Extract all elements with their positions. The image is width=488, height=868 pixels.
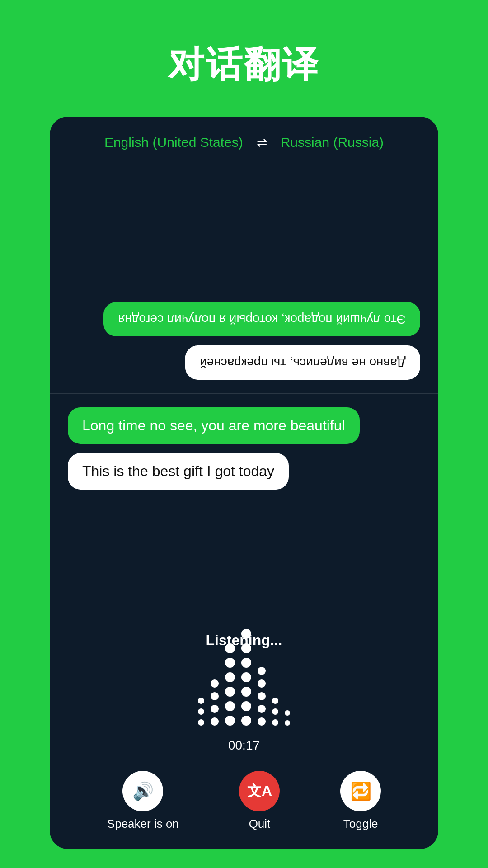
dot [225, 701, 235, 711]
dot [211, 717, 219, 726]
dot [241, 687, 251, 697]
dot [285, 710, 290, 716]
dot [211, 705, 219, 713]
dot [211, 679, 219, 688]
wave-col-4 [241, 629, 251, 726]
wave-col-1 [198, 698, 204, 726]
dot [272, 698, 278, 704]
dot [241, 716, 251, 726]
main-card: English (United States) ⇌ Russian (Russi… [50, 117, 438, 849]
source-language[interactable]: English (United States) [104, 135, 243, 150]
dot [225, 716, 235, 726]
timer: 00:17 [228, 738, 260, 753]
dot [241, 658, 251, 668]
chat-upper-section: Это лучший подарок, который я получил се… [50, 164, 438, 394]
dot [225, 672, 235, 682]
chat-lower-section: Long time no see, you are more beautiful… [50, 394, 438, 623]
language-header: English (United States) ⇌ Russian (Russi… [50, 117, 438, 164]
speaker-control[interactable]: 🔊 Speaker is on [107, 771, 179, 831]
speaker-icon: 🔊 [132, 781, 154, 801]
wave-col-5 [258, 667, 266, 726]
dot [241, 643, 251, 653]
dot [258, 679, 266, 688]
quit-control[interactable]: 文A Quit [239, 771, 280, 831]
dot [198, 698, 204, 704]
wave-col-2 [211, 679, 219, 726]
waveform [198, 662, 290, 726]
dot [285, 720, 290, 726]
dot [258, 692, 266, 700]
dot [241, 672, 251, 682]
toggle-label: Toggle [343, 817, 378, 831]
swap-languages-icon[interactable]: ⇌ [257, 135, 267, 150]
toggle-control[interactable]: 🔁 Toggle [340, 771, 381, 831]
dot [272, 708, 278, 715]
dot [241, 701, 251, 711]
toggle-button[interactable]: 🔁 [340, 771, 381, 811]
dot [272, 719, 278, 726]
dot [225, 687, 235, 697]
dot [258, 717, 266, 726]
quit-icon: 文A [247, 781, 272, 801]
page-title: 对话翻译 [168, 41, 320, 90]
flipped-bubble-white: Давно не виделись, ты прекрасней [185, 345, 420, 380]
dot [241, 629, 251, 639]
target-language[interactable]: Russian (Russia) [281, 135, 384, 150]
flipped-bubble-green: Это лучший подарок, который я получил се… [103, 302, 420, 336]
quit-button[interactable]: 文A [239, 771, 280, 811]
toggle-icon: 🔁 [350, 781, 371, 801]
bubble-green-1: Long time no see, you are more beautiful [68, 407, 360, 444]
dot [198, 719, 204, 726]
dot [258, 705, 266, 713]
bottom-controls: 🔊 Speaker is on 文A Quit 🔁 Toggle [50, 762, 438, 849]
dot [198, 708, 204, 715]
quit-label: Quit [249, 817, 271, 831]
speaker-label: Speaker is on [107, 817, 179, 831]
speaker-button[interactable]: 🔊 [122, 771, 163, 811]
wave-col-6 [272, 698, 278, 726]
wave-col-3 [225, 643, 235, 726]
dot [225, 643, 235, 653]
dot [211, 692, 219, 700]
dot [225, 658, 235, 668]
wave-col-7 [285, 710, 290, 726]
listening-section: Listening... [50, 623, 438, 762]
dot [258, 667, 266, 675]
bubble-white-1: This is the best gift I got today [68, 453, 289, 490]
